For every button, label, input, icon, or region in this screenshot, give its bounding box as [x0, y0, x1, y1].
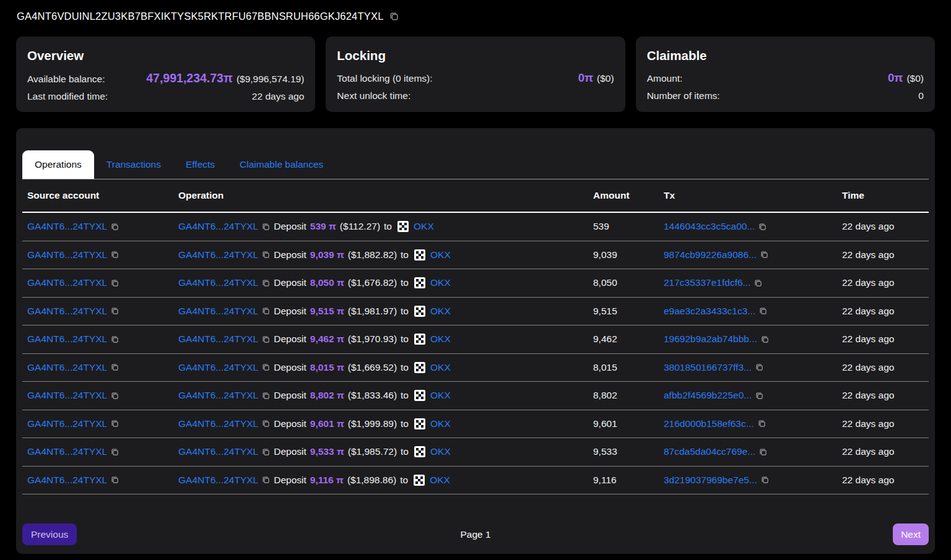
copy-source-icon[interactable]: [111, 223, 119, 231]
operation-account-link[interactable]: GA4NT6...24TYXL: [178, 221, 258, 232]
operation-to-label: to: [401, 418, 409, 429]
account-address: GA4NT6VDUINL2ZU3KB7BFXIKTYSK5RKTRFU67BBN…: [17, 11, 384, 22]
copy-operation-account-icon[interactable]: [262, 335, 270, 343]
tx-hash-link[interactable]: e9ae3c2a3433c1c3...: [664, 306, 755, 317]
operation-account-link[interactable]: GA4NT6...24TYXL: [178, 277, 258, 288]
source-account-link[interactable]: GA4NT6...24TYXL: [27, 475, 107, 486]
copy-operation-account-icon[interactable]: [262, 363, 270, 371]
next-page-button[interactable]: Next: [893, 523, 929, 545]
header-operation: Operation: [173, 190, 588, 201]
operation-to-label: to: [401, 362, 409, 373]
operation-destination-link[interactable]: OKX: [430, 306, 451, 317]
account-activity-panel: Operations Transactions Effects Claimabl…: [16, 128, 935, 554]
okx-logo-icon: [414, 418, 425, 429]
operation-destination-link[interactable]: OKX: [430, 390, 451, 401]
operation-amount-pi: 9,116 π: [310, 475, 344, 486]
tab-transactions[interactable]: Transactions: [94, 150, 173, 179]
operation-account-link[interactable]: GA4NT6...24TYXL: [178, 249, 258, 261]
source-account-link[interactable]: GA4NT6...24TYXL: [27, 446, 107, 457]
time-cell: 22 days ago: [837, 390, 929, 401]
operation-account-link[interactable]: GA4NT6...24TYXL: [178, 446, 258, 457]
operation-destination-link[interactable]: OKX: [430, 334, 451, 345]
source-account-link[interactable]: GA4NT6...24TYXL: [27, 249, 107, 261]
copy-source-icon[interactable]: [111, 251, 119, 259]
copy-tx-icon[interactable]: [759, 307, 767, 315]
source-account-link[interactable]: GA4NT6...24TYXL: [27, 390, 107, 401]
copy-tx-icon[interactable]: [761, 476, 769, 484]
source-account-link[interactable]: GA4NT6...24TYXL: [27, 221, 107, 232]
operation-destination-link[interactable]: OKX: [430, 362, 451, 373]
copy-source-icon[interactable]: [111, 279, 119, 287]
operation-amount-pi: 9,515 π: [310, 306, 344, 317]
source-account-link[interactable]: GA4NT6...24TYXL: [27, 306, 107, 317]
tab-effects[interactable]: Effects: [173, 150, 227, 179]
operation-amount-usd: ($1,970.93): [348, 334, 397, 345]
operation-account-link[interactable]: GA4NT6...24TYXL: [178, 362, 258, 373]
account-address-bar: GA4NT6VDUINL2ZU3KB7BFXIKTYSK5RKTRFU67BBN…: [0, 0, 951, 22]
copy-operation-account-icon[interactable]: [262, 420, 270, 428]
operation-amount-pi: 8,050 π: [310, 277, 344, 288]
operation-cell: GA4NT6...24TYXL Deposit 8,015 π ($1,669.…: [173, 362, 588, 373]
operation-account-link[interactable]: GA4NT6...24TYXL: [178, 418, 258, 429]
source-account-link[interactable]: GA4NT6...24TYXL: [27, 334, 107, 345]
tx-hash-link[interactable]: 19692b9a2ab74bbb...: [664, 334, 757, 345]
copy-tx-icon[interactable]: [754, 279, 762, 287]
tx-hash-link[interactable]: 87cda5da04cc769e...: [664, 446, 755, 457]
time-cell: 22 days ago: [837, 446, 929, 457]
source-account-link[interactable]: GA4NT6...24TYXL: [27, 362, 107, 373]
okx-logo-icon: [414, 446, 425, 457]
tx-hash-link[interactable]: 3801850166737ff3...: [664, 362, 752, 373]
copy-source-icon[interactable]: [111, 335, 119, 343]
tab-claimable-balances[interactable]: Claimable balances: [227, 150, 336, 179]
operation-destination-link[interactable]: OKX: [430, 277, 451, 288]
copy-operation-account-icon[interactable]: [262, 307, 270, 315]
copy-tx-icon[interactable]: [761, 335, 769, 343]
operation-account-link[interactable]: GA4NT6...24TYXL: [178, 390, 258, 401]
operation-amount-usd: ($1,882.82): [348, 249, 397, 261]
copy-tx-icon[interactable]: [760, 251, 768, 259]
operation-account-link[interactable]: GA4NT6...24TYXL: [178, 306, 258, 317]
operation-destination-link[interactable]: OKX: [414, 221, 434, 232]
operation-account-link[interactable]: GA4NT6...24TYXL: [178, 475, 258, 486]
copy-source-icon[interactable]: [111, 392, 119, 400]
tab-operations[interactable]: Operations: [22, 150, 94, 179]
operation-destination-link[interactable]: OKX: [430, 418, 451, 429]
tx-hash-link[interactable]: 1446043cc3c5ca00...: [664, 221, 755, 232]
copy-source-icon[interactable]: [111, 363, 119, 371]
copy-tx-icon[interactable]: [759, 448, 767, 456]
tx-hash-link[interactable]: 9874cb99226a9086...: [664, 249, 757, 261]
tx-hash-link[interactable]: 3d219037969be7e5...: [664, 475, 757, 486]
copy-source-icon[interactable]: [111, 420, 119, 428]
copy-source-icon[interactable]: [111, 307, 119, 315]
operation-destination-link[interactable]: OKX: [430, 475, 450, 486]
tx-hash-link[interactable]: 216d000b158ef63c...: [664, 418, 754, 429]
claimable-amount-label: Amount:: [647, 73, 683, 84]
copy-source-icon[interactable]: [111, 448, 119, 456]
copy-operation-account-icon[interactable]: [262, 448, 270, 456]
operation-destination-link[interactable]: OKX: [430, 249, 451, 261]
source-account-link[interactable]: GA4NT6...24TYXL: [27, 277, 107, 288]
operation-account-link[interactable]: GA4NT6...24TYXL: [178, 334, 258, 345]
copy-tx-icon[interactable]: [755, 363, 763, 371]
previous-page-button[interactable]: Previous: [22, 523, 77, 545]
source-account-link[interactable]: GA4NT6...24TYXL: [27, 418, 107, 429]
operation-destination-link[interactable]: OKX: [430, 446, 451, 457]
copy-address-icon[interactable]: [389, 12, 399, 21]
okx-logo-icon: [414, 306, 425, 317]
copy-operation-account-icon[interactable]: [262, 476, 270, 484]
total-locking-value: 0π($0): [578, 71, 614, 85]
operation-amount-pi: 9,039 π: [310, 249, 344, 261]
copy-tx-icon[interactable]: [755, 392, 763, 400]
copy-tx-icon[interactable]: [758, 420, 766, 428]
header-amount: Amount: [588, 190, 659, 201]
copy-source-icon[interactable]: [111, 476, 119, 484]
time-cell: 22 days ago: [837, 362, 929, 373]
copy-operation-account-icon[interactable]: [262, 392, 270, 400]
copy-operation-account-icon[interactable]: [262, 223, 270, 231]
copy-operation-account-icon[interactable]: [262, 251, 270, 259]
pagination: Previous Page 1 Next: [22, 523, 929, 554]
copy-operation-account-icon[interactable]: [262, 279, 270, 287]
copy-tx-icon[interactable]: [758, 223, 766, 231]
tx-hash-link[interactable]: 217c35337e1fdcf6...: [664, 277, 750, 288]
tx-hash-link[interactable]: afbb2f4569b225e0...: [664, 390, 752, 401]
